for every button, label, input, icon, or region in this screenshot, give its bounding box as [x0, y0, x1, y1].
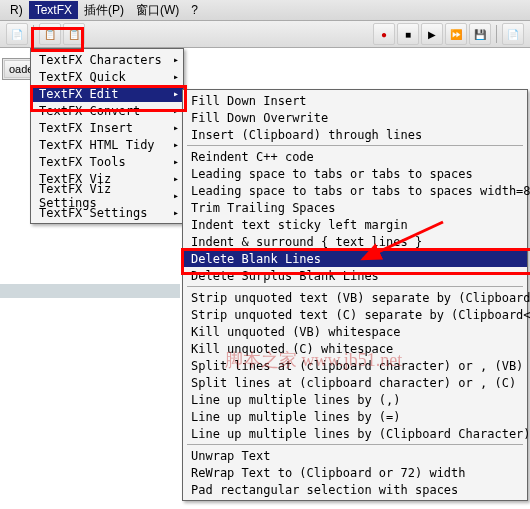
textfx-menu: TextFX Characters TextFX Quick TextFX Ed…	[30, 48, 184, 224]
selection-highlight	[0, 284, 180, 298]
mi-quick[interactable]: TextFX Quick	[31, 68, 183, 85]
menu-prev[interactable]: R)	[4, 1, 29, 19]
mi-pad-rect[interactable]: Pad rectangular selection with spaces	[183, 481, 527, 498]
mi-settings[interactable]: TextFX Settings	[31, 204, 183, 221]
menu-sep	[187, 444, 523, 445]
mi-trim[interactable]: Trim Trailing Spaces	[183, 199, 527, 216]
mi-lineup-eq[interactable]: Line up multiple lines by (=)	[183, 408, 527, 425]
mi-insert[interactable]: TextFX Insert	[31, 119, 183, 136]
mi-characters[interactable]: TextFX Characters	[31, 51, 183, 68]
stop-icon[interactable]: ■	[397, 23, 419, 45]
mi-vizsettings[interactable]: TextFX Viz Settings	[31, 187, 183, 204]
menu-textfx[interactable]: TextFX	[29, 1, 78, 19]
annotation-box-2	[30, 85, 187, 112]
play-icon[interactable]: ▶	[421, 23, 443, 45]
fastfwd-icon[interactable]: ⏩	[445, 23, 467, 45]
menu-sep	[187, 286, 523, 287]
mi-reindent[interactable]: Reindent C++ code	[183, 148, 527, 165]
menu-help[interactable]: ?	[185, 1, 204, 19]
annotation-box-1	[31, 27, 84, 52]
mi-split-vb[interactable]: Split lines at (clipboard character) or …	[183, 357, 527, 374]
mi-htmltidy[interactable]: TextFX HTML Tidy	[31, 136, 183, 153]
mi-rewrap[interactable]: ReWrap Text to (Clipboard or 72) width	[183, 464, 527, 481]
menu-window[interactable]: 窗口(W)	[130, 0, 185, 21]
mi-filldown-overwrite[interactable]: Fill Down Overwrite	[183, 109, 527, 126]
menubar: R) TextFX 插件(P) 窗口(W) ?	[0, 0, 530, 21]
textfx-edit-submenu: Fill Down Insert Fill Down Overwrite Ins…	[182, 89, 528, 501]
svg-line-0	[363, 222, 443, 259]
mi-leadspace[interactable]: Leading space to tabs or tabs to spaces	[183, 165, 527, 182]
mi-split-c[interactable]: Split lines at (clipboard character) or …	[183, 374, 527, 391]
toolbar-btn[interactable]: 📄	[502, 23, 524, 45]
mi-strip-c[interactable]: Strip unquoted text (C) separate by (Cli…	[183, 306, 527, 323]
record-icon[interactable]: ●	[373, 23, 395, 45]
mi-unwrap[interactable]: Unwrap Text	[183, 447, 527, 464]
mi-lineup-clip[interactable]: Line up multiple lines by (Clipboard Cha…	[183, 425, 527, 442]
editor-area: oade TextFX Characters TextFX Quick Text…	[0, 48, 530, 509]
mi-lineup-comma[interactable]: Line up multiple lines by (,)	[183, 391, 527, 408]
mi-tools[interactable]: TextFX Tools	[31, 153, 183, 170]
toolbar-btn[interactable]: 📄	[6, 23, 28, 45]
mi-kill-c[interactable]: Kill unquoted (C) whitespace	[183, 340, 527, 357]
annotation-arrow-icon	[353, 217, 453, 277]
mi-strip-vb[interactable]: Strip unquoted text (VB) separate by (Cl…	[183, 289, 527, 306]
toolbar-sep	[496, 25, 497, 43]
mi-insert-clipboard[interactable]: Insert (Clipboard) through lines	[183, 126, 527, 143]
mi-kill-vb[interactable]: Kill unquoted (VB) whitespace	[183, 323, 527, 340]
save-icon[interactable]: 💾	[469, 23, 491, 45]
menu-sep	[187, 145, 523, 146]
menu-plugins[interactable]: 插件(P)	[78, 0, 130, 21]
mi-filldown-insert[interactable]: Fill Down Insert	[183, 92, 527, 109]
mi-leadspace8[interactable]: Leading space to tabs or tabs to spaces …	[183, 182, 527, 199]
